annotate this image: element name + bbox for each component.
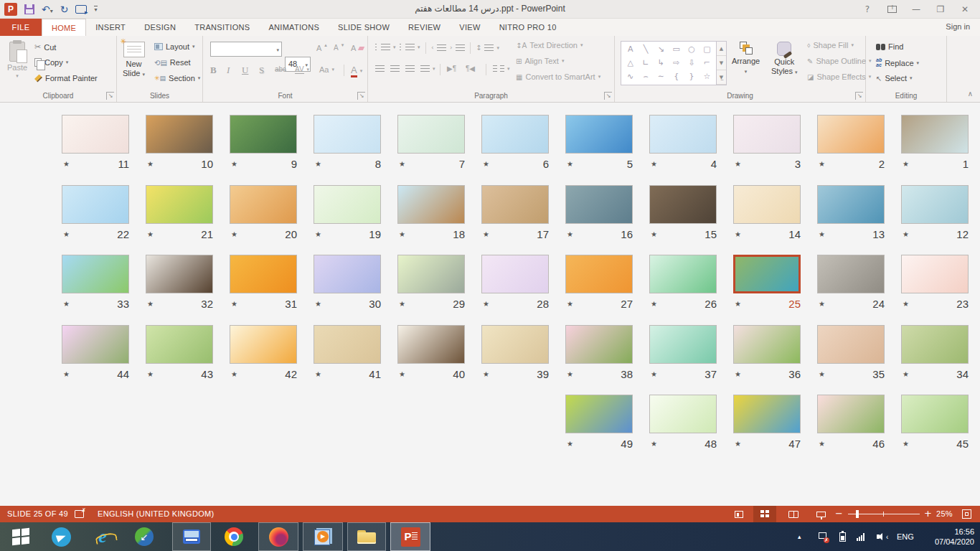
start-button[interactable] xyxy=(0,522,42,551)
ribbon-display-options-button[interactable] xyxy=(880,0,904,19)
shape-arrow-icon[interactable]: ↘ xyxy=(658,45,664,54)
strikethrough-button[interactable]: abc xyxy=(275,65,286,73)
tab-design[interactable]: DESIGN xyxy=(135,19,185,36)
taskbar-download-manager[interactable]: ↙ xyxy=(126,522,162,551)
slide-47-thumbnail[interactable] xyxy=(733,395,801,433)
slide-17-thumbnail[interactable] xyxy=(481,185,549,224)
shape-curve-icon[interactable]: ∼ xyxy=(658,72,664,81)
tab-nitro-pro-10[interactable]: NITRO PRO 10 xyxy=(490,19,566,36)
slide-sorter-canvas[interactable]: ★11★10★9★8★7★6★5★4★3★2★1★22★21★20★19★18★… xyxy=(0,103,980,506)
more-shapes-icon[interactable]: ▼̲ xyxy=(717,70,726,85)
italic-button[interactable]: I xyxy=(227,65,230,76)
slide-16-thumbnail[interactable] xyxy=(565,185,633,224)
tab-slide-show[interactable]: SLIDE SHOW xyxy=(329,19,399,36)
taskbar-telegram[interactable] xyxy=(43,522,79,551)
shape-line-icon[interactable]: ╲ xyxy=(644,45,649,54)
reading-view-button[interactable] xyxy=(782,506,805,522)
left-to-right-button[interactable]: ▶¶ xyxy=(447,65,456,72)
taskbar-media-player[interactable] xyxy=(303,522,343,551)
drawing-dialog-launcher[interactable]: ↘ xyxy=(855,92,863,100)
shape-snip-corner-icon[interactable]: ⌐ xyxy=(704,59,710,67)
shrink-font-button[interactable]: A▾ xyxy=(334,44,344,52)
align-center-button[interactable] xyxy=(390,65,400,72)
tab-animations[interactable]: ANIMATIONS xyxy=(259,19,329,36)
slide-20-thumbnail[interactable] xyxy=(230,185,297,224)
collapse-ribbon-icon[interactable]: ∧ xyxy=(968,90,973,98)
slide-11-thumbnail[interactable] xyxy=(62,115,129,154)
slide-3-thumbnail[interactable] xyxy=(733,115,801,154)
tab-file[interactable]: FILE xyxy=(0,19,42,36)
shape-effects-button[interactable]: ◪Shape Effects▾ xyxy=(807,72,871,81)
shape-rectangle-icon[interactable]: ▭ xyxy=(672,45,679,54)
shape-outline-button[interactable]: ✎Shape Outline▾ xyxy=(807,57,872,65)
numbering-button[interactable]: ▾ xyxy=(400,44,420,50)
speaker-icon[interactable]: ‹ xyxy=(877,522,888,551)
zoom-out-button[interactable]: − xyxy=(835,508,843,519)
scroll-down-icon[interactable]: ▼ xyxy=(717,56,726,70)
taskbar-firefox[interactable] xyxy=(258,522,298,551)
scroll-up-icon[interactable]: ▲ xyxy=(717,42,726,56)
language-indicator[interactable]: ENGLISH (UNITED KINGDOM) xyxy=(98,509,214,518)
spell-check-icon[interactable] xyxy=(75,509,86,519)
shape-right-brace-icon[interactable]: } xyxy=(689,72,694,81)
slide-30-thumbnail[interactable] xyxy=(314,255,381,293)
reset-button[interactable]: ⟲▤ Reset xyxy=(154,58,191,67)
slide-9-thumbnail[interactable] xyxy=(230,115,297,154)
tab-view[interactable]: VIEW xyxy=(450,19,489,36)
slide-7-thumbnail[interactable] xyxy=(397,115,465,154)
shape-left-brace-icon[interactable]: { xyxy=(674,72,679,81)
slide-8-thumbnail[interactable] xyxy=(314,115,381,154)
slide-2-thumbnail[interactable] xyxy=(817,115,885,154)
line-spacing-button[interactable]: ↕▾ xyxy=(476,44,499,52)
slide-39-thumbnail[interactable] xyxy=(481,325,549,364)
increase-indent-button[interactable]: › xyxy=(450,44,465,51)
taskbar-on-screen-keyboard[interactable] xyxy=(172,522,211,551)
right-to-left-button[interactable]: ¶◀ xyxy=(466,65,475,72)
paragraph-dialog-launcher[interactable]: ↘ xyxy=(604,92,612,100)
clear-formatting-button[interactable]: A xyxy=(351,44,364,52)
shape-elbow-icon[interactable]: ∟ xyxy=(642,59,649,67)
restore-button[interactable]: ❐ xyxy=(928,0,953,19)
slide-34-thumbnail[interactable] xyxy=(901,325,969,364)
shape-down-arrow-icon[interactable]: ⇩ xyxy=(688,59,694,67)
font-name-combo[interactable]: ▾ xyxy=(210,42,282,57)
grow-font-button[interactable]: A▴ xyxy=(316,44,327,52)
slide-33-thumbnail[interactable] xyxy=(62,255,129,293)
slide-sorter-view-button[interactable] xyxy=(753,506,776,522)
language-tray-indicator[interactable]: ENG xyxy=(897,522,914,551)
slide-36-thumbnail[interactable] xyxy=(733,325,801,364)
slide-37-thumbnail[interactable] xyxy=(649,325,717,364)
find-button[interactable]: Find xyxy=(876,42,903,51)
slide-46-thumbnail[interactable] xyxy=(817,395,885,433)
text-direction-button[interactable]: ↕AText Direction▾ xyxy=(516,41,583,50)
tab-transitions[interactable]: TRANSITIONS xyxy=(185,19,259,36)
show-hidden-icons[interactable]: ▴ xyxy=(798,522,801,551)
shape-right-arrow-icon[interactable]: ⇨ xyxy=(673,59,679,67)
shape-text-box-icon[interactable]: A xyxy=(628,45,633,54)
text-shadow-button[interactable]: S xyxy=(259,65,264,76)
columns-button[interactable]: ▾ xyxy=(493,65,510,72)
slide-45-thumbnail[interactable] xyxy=(901,395,969,433)
slide-5-thumbnail[interactable] xyxy=(565,115,633,154)
bold-button[interactable]: B xyxy=(210,65,217,76)
slide-29-thumbnail[interactable] xyxy=(397,255,465,293)
taskbar-chrome[interactable] xyxy=(215,522,253,551)
help-button[interactable]: ? xyxy=(855,0,880,19)
character-spacing-button[interactable]: AV▾ xyxy=(295,65,309,74)
shapes-gallery[interactable]: A╲↘▭○▢△∟↳⇨⇩⌐∿⌢∼{}☆ xyxy=(621,41,717,85)
zoom-slider-track[interactable] xyxy=(848,514,920,514)
taskbar-internet-explorer[interactable]: e xyxy=(85,522,121,551)
arrange-button[interactable]: Arrange▾ xyxy=(732,42,760,77)
replace-button[interactable]: abacReplace▾ xyxy=(876,58,919,67)
shapes-gallery-scrollbar[interactable]: ▲ ▼ ▼̲ xyxy=(717,41,727,85)
slide-1-thumbnail[interactable] xyxy=(901,115,969,154)
fit-slide-to-window-icon[interactable] xyxy=(962,509,971,519)
slide-12-thumbnail[interactable] xyxy=(901,185,969,224)
underline-button[interactable]: U xyxy=(242,65,248,76)
minimize-button[interactable]: — xyxy=(904,0,928,19)
quick-styles-button[interactable]: QuickStyles ▾ xyxy=(771,42,798,77)
slide-48-thumbnail[interactable] xyxy=(649,395,717,433)
convert-to-smartart-button[interactable]: ▦Convert to SmartArt▾ xyxy=(516,72,600,81)
paste-button[interactable]: Paste▾ xyxy=(7,42,27,79)
align-left-button[interactable] xyxy=(375,65,385,72)
